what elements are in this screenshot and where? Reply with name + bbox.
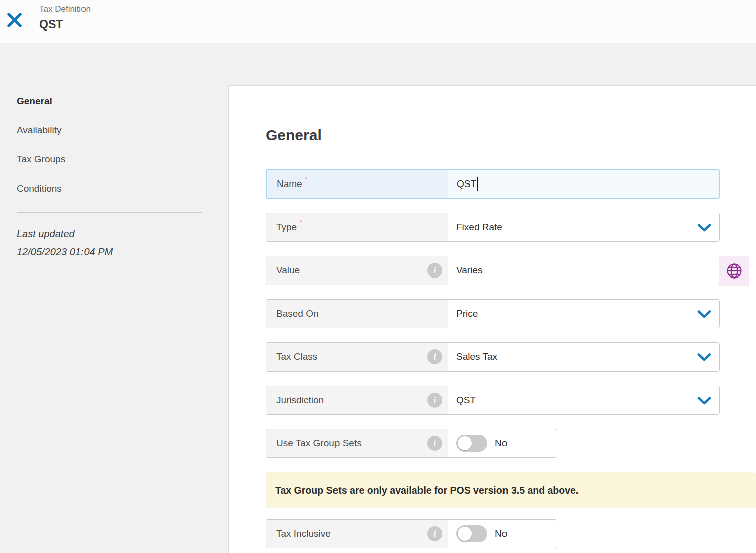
based-on-select[interactable]: Price <box>448 300 719 328</box>
sidebar-item-general[interactable]: General <box>17 96 208 107</box>
chevron-down-icon <box>697 396 711 407</box>
field-row-based-on: Based On Price <box>266 299 720 328</box>
field-row-type: Type * Fixed Rate <box>266 213 720 242</box>
value-label: Value i <box>266 256 448 285</box>
sidebar-item-tax-groups[interactable]: Tax Groups <box>17 154 208 165</box>
name-label-text: Name <box>277 178 302 190</box>
jurisdiction-label: Jurisdiction i <box>266 386 448 414</box>
based-on-label-text: Based On <box>276 308 319 319</box>
name-label: Name * <box>267 170 448 198</box>
section-title: General <box>266 126 756 144</box>
close-button[interactable] <box>6 12 23 29</box>
header: Tax Definition QST <box>0 0 756 43</box>
jurisdiction-select[interactable]: QST <box>448 386 719 414</box>
field-row-use-tax-group-sets: Use Tax Group Sets i No <box>266 429 557 458</box>
based-on-select-value: Price <box>456 308 478 319</box>
value-label-text: Value <box>276 265 300 276</box>
name-input[interactable]: QST <box>448 170 719 198</box>
use-tax-group-sets-field: No <box>448 429 557 457</box>
localization-button[interactable] <box>719 256 749 286</box>
type-select-value: Fixed Rate <box>456 222 502 233</box>
chevron-down-icon <box>697 310 711 321</box>
jurisdiction-label-text: Jurisdiction <box>276 395 324 406</box>
type-label: Type * <box>266 213 448 241</box>
tax-class-select-value: Sales Tax <box>456 351 497 362</box>
use-tax-group-sets-state: No <box>495 438 507 449</box>
info-icon[interactable]: i <box>427 263 442 278</box>
field-row-tax-inclusive: Tax Inclusive i No <box>266 519 557 548</box>
main-panel: General Name * QST Type * <box>228 85 756 553</box>
toggle-knob <box>458 527 472 541</box>
last-updated: Last updated 12/05/2023 01:04 PM <box>17 225 208 261</box>
tax-inclusive-label-text: Tax Inclusive <box>276 528 331 539</box>
type-label-text: Type <box>276 222 297 233</box>
chevron-down-icon <box>697 353 711 364</box>
use-tax-group-sets-label-text: Use Tax Group Sets <box>276 438 362 449</box>
value-input-value: Varies <box>456 265 482 276</box>
sidebar-item-availability[interactable]: Availability <box>17 125 208 136</box>
tax-class-select[interactable]: Sales Tax <box>448 343 719 371</box>
toggle-knob <box>458 436 472 450</box>
notice-text: Tax Group Sets are only available for PO… <box>275 485 578 496</box>
globe-icon <box>726 262 743 280</box>
info-icon[interactable]: i <box>427 349 442 364</box>
field-row-jurisdiction: Jurisdiction i QST <box>266 386 720 415</box>
value-input[interactable]: Varies <box>448 256 719 285</box>
based-on-label: Based On <box>266 300 448 328</box>
required-marker: * <box>299 218 302 226</box>
sidebar: General Availability Tax Groups Conditio… <box>0 43 228 261</box>
info-icon[interactable]: i <box>427 436 442 451</box>
last-updated-value: 12/05/2023 01:04 PM <box>17 243 208 261</box>
tax-inclusive-field: No <box>448 520 557 548</box>
page-title: QST <box>39 17 91 32</box>
sidebar-divider <box>17 212 202 213</box>
page-subtitle: Tax Definition <box>39 4 91 15</box>
info-icon[interactable]: i <box>427 526 442 541</box>
sidebar-item-conditions[interactable]: Conditions <box>17 183 208 194</box>
use-tax-group-sets-toggle[interactable] <box>456 435 487 452</box>
use-tax-group-sets-label: Use Tax Group Sets i <box>266 429 448 457</box>
name-input-value: QST <box>457 178 476 190</box>
text-caret <box>477 177 478 191</box>
type-select[interactable]: Fixed Rate <box>448 213 719 241</box>
jurisdiction-select-value: QST <box>456 395 476 406</box>
info-icon[interactable]: i <box>427 393 442 408</box>
header-titles: Tax Definition QST <box>39 4 91 32</box>
field-row-tax-class: Tax Class i Sales Tax <box>266 342 720 372</box>
chevron-down-icon <box>697 223 711 234</box>
last-updated-label: Last updated <box>17 225 208 243</box>
tax-group-sets-notice: Tax Group Sets are only available for PO… <box>266 472 756 508</box>
required-marker: * <box>305 175 308 183</box>
field-row-value: Value i Varies <box>266 256 720 285</box>
tax-inclusive-label: Tax Inclusive i <box>266 520 448 548</box>
page-body: General Availability Tax Groups Conditio… <box>0 43 756 553</box>
tax-class-label-text: Tax Class <box>276 351 317 362</box>
tax-inclusive-state: No <box>495 528 507 539</box>
tax-inclusive-toggle[interactable] <box>456 525 487 542</box>
form-rows: Name * QST Type * Fixed Rate <box>266 169 756 548</box>
tax-class-label: Tax Class i <box>266 343 448 371</box>
field-row-name: Name * QST <box>266 169 720 199</box>
close-icon <box>7 12 22 28</box>
